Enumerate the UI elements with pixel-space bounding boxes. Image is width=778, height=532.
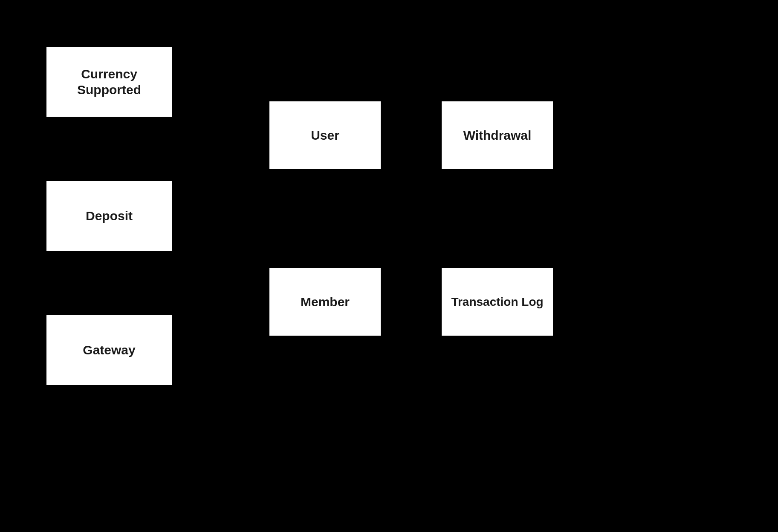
box-label: Withdrawal <box>463 128 532 143</box>
box-transaction-log: Transaction Log <box>441 267 554 336</box>
box-deposit: Deposit <box>46 180 173 252</box>
box-gateway: Gateway <box>46 314 173 386</box>
box-label: Member <box>301 295 350 309</box>
box-label: Gateway <box>83 343 135 357</box>
box-label: Currency Supported <box>51 66 168 98</box>
box-label: Deposit <box>86 209 133 223</box>
box-member: Member <box>269 267 382 336</box>
box-currency-supported: Currency Supported <box>46 46 173 118</box>
box-withdrawal: Withdrawal <box>441 101 554 170</box>
box-label: Transaction Log <box>451 295 543 309</box>
box-label: User <box>311 128 339 143</box>
box-user: User <box>269 101 382 170</box>
